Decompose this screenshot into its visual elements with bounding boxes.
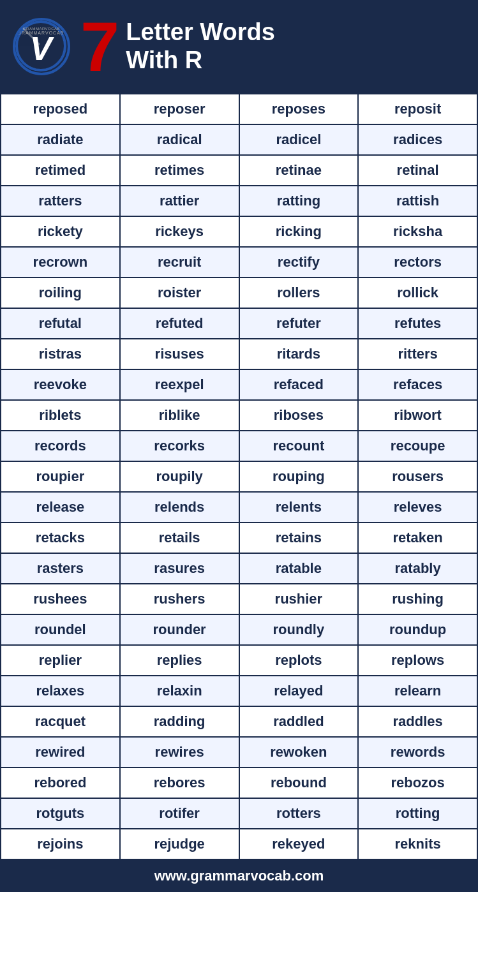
- table-row: retacksretailsretainsretaken: [1, 523, 477, 553]
- word-cell: ratters: [1, 186, 120, 216]
- word-cell: risuses: [120, 339, 239, 369]
- word-cell: recorks: [120, 431, 239, 461]
- word-cell: ribwort: [358, 400, 477, 431]
- word-cell: ratable: [239, 553, 359, 584]
- table-row: retimedretimesretinaeretinal: [1, 155, 477, 186]
- word-cell: ricksha: [358, 216, 477, 247]
- word-cell: rebores: [120, 768, 239, 798]
- word-cell: retimes: [120, 155, 239, 186]
- table-row: rattersrattierrattingrattish: [1, 186, 477, 216]
- table-row: rusheesrushersrushierrushing: [1, 584, 477, 614]
- table-row: roilingroisterrollersrollick: [1, 278, 477, 308]
- word-cell: rewoken: [239, 737, 359, 768]
- word-cell: replots: [239, 645, 359, 676]
- word-cell: rebored: [1, 768, 120, 798]
- word-cell: relaxin: [120, 676, 239, 706]
- word-cell: rebozos: [358, 768, 477, 798]
- word-cell: rounder: [120, 614, 239, 645]
- word-cell: ristras: [1, 339, 120, 369]
- table-row: releaserelendsrelentsreleves: [1, 492, 477, 523]
- word-cell: rollick: [358, 278, 477, 308]
- word-cell: rotting: [358, 798, 477, 829]
- word-cell: riboses: [239, 400, 359, 431]
- word-cell: rousers: [358, 461, 477, 492]
- logo-container: GRAMMARVOCAB V GRAMMARVOCAB: [13, 18, 70, 75]
- word-cell: retains: [239, 523, 359, 553]
- word-cell: roundly: [239, 614, 359, 645]
- word-cell: records: [1, 431, 120, 461]
- table-row: ristrasrisusesritardsritters: [1, 339, 477, 369]
- word-cell: roundel: [1, 614, 120, 645]
- word-cell: reposit: [358, 94, 477, 124]
- word-cell: rushees: [1, 584, 120, 614]
- word-cell: refaced: [239, 369, 359, 400]
- footer-url: www.grammarvocab.com: [154, 868, 324, 884]
- word-cell: rattier: [120, 186, 239, 216]
- footer: www.grammarvocab.com: [0, 860, 478, 892]
- word-cell: refuter: [239, 308, 359, 339]
- word-cell: raddled: [239, 706, 359, 737]
- table-row: roupierroupilyroupingrousers: [1, 461, 477, 492]
- title-text: Letter Words With R: [126, 19, 275, 74]
- word-cell: ritters: [358, 339, 477, 369]
- word-cell: releves: [358, 492, 477, 523]
- word-cell: radiate: [1, 124, 120, 155]
- word-cell: rouping: [239, 461, 359, 492]
- word-cell: recruit: [120, 247, 239, 278]
- word-cell: ratably: [358, 553, 477, 584]
- table-row: rotgutsrotiferrottersrotting: [1, 798, 477, 829]
- svg-text:GRAMMARVOCAB: GRAMMARVOCAB: [18, 31, 64, 35]
- word-cell: reknits: [358, 829, 477, 859]
- word-cell: radding: [120, 706, 239, 737]
- word-cell: reexpel: [120, 369, 239, 400]
- word-cell: relends: [120, 492, 239, 523]
- header-title-block: 7 Letter Words With R: [80, 11, 275, 82]
- table-row: ricketyrickeysrickingricksha: [1, 216, 477, 247]
- table-row: relaxesrelaxinrelayedrelearn: [1, 676, 477, 706]
- word-cell: rectify: [239, 247, 359, 278]
- word-cell: roister: [120, 278, 239, 308]
- table-row: refutalrefutedrefuterrefutes: [1, 308, 477, 339]
- logo-small-text: GRAMMARVOCAB: [23, 27, 60, 31]
- word-cell: retimed: [1, 155, 120, 186]
- word-cell: reposed: [1, 94, 120, 124]
- table-row: roundelrounderroundlyroundup: [1, 614, 477, 645]
- word-cell: relents: [239, 492, 359, 523]
- table-row: replierrepliesreplotsreplows: [1, 645, 477, 676]
- big-seven: 7: [80, 11, 119, 82]
- word-cell: rekeyed: [239, 829, 359, 859]
- word-cell: rasters: [1, 553, 120, 584]
- word-cell: replier: [1, 645, 120, 676]
- word-cell: rushers: [120, 584, 239, 614]
- word-cell: retinae: [239, 155, 359, 186]
- table-row: reevokereexpelrefacedrefaces: [1, 369, 477, 400]
- word-cell: radical: [120, 124, 239, 155]
- word-cell: refutes: [358, 308, 477, 339]
- word-cell: reevoke: [1, 369, 120, 400]
- word-cell: radicel: [239, 124, 359, 155]
- word-table: reposedreposerreposesrepositradiateradic…: [0, 93, 478, 860]
- word-cell: rasures: [120, 553, 239, 584]
- word-cell: refutal: [1, 308, 120, 339]
- word-cell: rollers: [239, 278, 359, 308]
- word-cell: racquet: [1, 706, 120, 737]
- word-cell: refuted: [120, 308, 239, 339]
- word-cell: relayed: [239, 676, 359, 706]
- word-cell: release: [1, 492, 120, 523]
- word-cell: reposes: [239, 94, 359, 124]
- word-cell: replows: [358, 645, 477, 676]
- table-row: reboredreboresreboundrebozos: [1, 768, 477, 798]
- word-cell: ritards: [239, 339, 359, 369]
- word-cell: refaces: [358, 369, 477, 400]
- table-row: recrownrecruitrectifyrectors: [1, 247, 477, 278]
- table-row: racquetraddingraddledraddles: [1, 706, 477, 737]
- word-cell: riblike: [120, 400, 239, 431]
- word-cell: relaxes: [1, 676, 120, 706]
- word-cell: rejudge: [120, 829, 239, 859]
- word-cell: retinal: [358, 155, 477, 186]
- table-row: radiateradicalradicelradices: [1, 124, 477, 155]
- table-row: rejoinsrejudgerekeyedreknits: [1, 829, 477, 859]
- word-cell: replies: [120, 645, 239, 676]
- table-row: recordsrecorksrecountrecoupe: [1, 431, 477, 461]
- word-cell: riblets: [1, 400, 120, 431]
